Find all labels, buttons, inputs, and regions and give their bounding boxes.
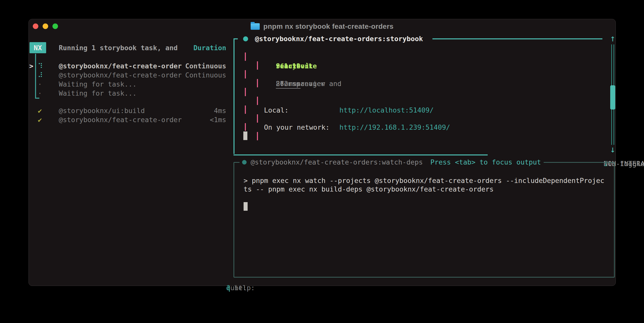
scroll-down-arrow-icon[interactable]: ↓ <box>607 144 618 154</box>
help-key: ? <box>226 283 230 292</box>
task-name: Waiting for task... <box>59 89 137 98</box>
task-row[interactable]: Waiting for task... <box>59 89 226 98</box>
spinner-icon: ⠼ <box>38 71 47 79</box>
storybook-panel-border-top <box>432 38 602 39</box>
folder-icon <box>251 23 260 30</box>
watch-deps-panel-header: @storybooknx/feat-create-orders:watch-de… <box>240 158 544 167</box>
storybook-output-bar <box>257 61 258 142</box>
task-name: @storybooknx/feat-create-order <box>59 62 182 70</box>
spinner-icon: ⠹ <box>38 62 47 70</box>
network-url-link[interactable]: http://192.168.1.239:51409/ <box>339 123 450 132</box>
pending-dot-icon: · <box>38 80 47 89</box>
task-name: @storybooknx/feat-create-order <box>59 115 182 124</box>
task-tree-rail-foot <box>35 98 39 99</box>
idle-status-dot-icon <box>242 160 247 165</box>
duration-column-header: Duration <box>193 43 226 52</box>
scrollbar-thumb[interactable] <box>610 85 615 110</box>
checkmark-icon: ✔ <box>38 115 47 124</box>
tasks-header: Running 1 storybook task, and <box>59 43 178 52</box>
nx-logo-badge: NX <box>30 42 46 53</box>
task-row[interactable]: Waiting for task... <box>59 80 226 89</box>
task-duration: <1ms <box>210 115 226 124</box>
help-label: help: <box>226 283 259 292</box>
watch-command-line: ts -- pnpm exec nx build-deps @storybook… <box>244 185 494 194</box>
terminal-cursor <box>243 131 247 140</box>
local-label: Local: <box>264 106 289 115</box>
watch-command-line: > pnpm exec nx watch --projects @storybo… <box>244 176 604 185</box>
window-title-group: pnpm nx storybook feat-create-orders <box>29 22 616 31</box>
storybook-panel-title: @storybooknx/feat-create-orders:storyboo… <box>255 34 423 43</box>
task-row[interactable]: @storybooknx/feat-create-order Continuou… <box>59 71 226 79</box>
local-url-link[interactable]: http://localhost:51409/ <box>339 106 434 115</box>
task-tree-rail <box>35 54 36 99</box>
storybook-panel-border-left <box>233 38 235 154</box>
pending-dot-icon: · <box>38 89 47 98</box>
terminal-window: pnpm nx storybook feat-create-orders NX … <box>28 19 616 286</box>
scroll-up-arrow-icon[interactable]: ↑ <box>607 33 618 43</box>
titlebar: pnpm nx storybook feat-create-orders <box>29 19 616 33</box>
task-duration: 4ms <box>214 106 226 115</box>
task-name: @storybooknx/feat-create-order <box>59 71 182 79</box>
storybook-timing-line: 86 ms for manager and 272 ms for preview <box>259 70 276 97</box>
checkmark-icon: ✔ <box>38 106 47 115</box>
storybook-output-bar <box>245 52 246 131</box>
completed-task-row[interactable]: @storybooknx/feat-create-order <1ms <box>59 115 226 124</box>
focus-output-hint: Press <tab> to focus output <box>430 158 541 167</box>
watch-deps-panel-title: @storybooknx/feat-create-orders:watch-de… <box>251 158 423 167</box>
task-row[interactable]: @storybooknx/feat-create-order Continuou… <box>59 62 226 70</box>
running-status-dot-icon <box>243 36 248 41</box>
keybinding-footer: quit: q help: ? <box>59 275 226 301</box>
task-status: Continuous <box>185 62 226 70</box>
network-label: On your network: <box>264 123 330 132</box>
completed-task-row[interactable]: @storybooknx/ui:build 4ms <box>59 106 226 115</box>
window-title: pnpm nx storybook feat-create-orders <box>263 22 393 31</box>
selected-task-caret: > <box>29 62 33 70</box>
task-name: Waiting for task... <box>59 80 137 89</box>
task-name: @storybooknx/ui:build <box>59 106 145 115</box>
task-status: Continuous <box>185 71 226 79</box>
terminal-cursor <box>244 202 248 211</box>
